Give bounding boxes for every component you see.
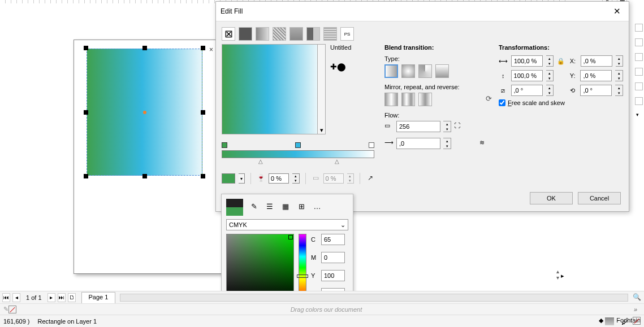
ok-button[interactable]: OK <box>530 192 573 204</box>
cursor-position: 161,609 ) <box>3 318 29 325</box>
steps-lock-icon[interactable]: ⛶ <box>454 122 463 131</box>
rail-item[interactable] <box>635 24 643 32</box>
close-icon[interactable]: ✕ <box>610 5 624 18</box>
blend-conical-button[interactable] <box>418 64 432 78</box>
reverse-gradient-icon[interactable]: ↗ <box>366 174 374 183</box>
delete-marker[interactable]: × <box>209 46 213 54</box>
rotate-input[interactable] <box>580 85 612 96</box>
center-marker[interactable] <box>143 111 146 114</box>
gradient-bar[interactable] <box>222 150 374 158</box>
eyedropper-icon[interactable]: ✎ <box>249 202 259 212</box>
y-input[interactable] <box>580 70 612 81</box>
midpoint-0[interactable]: △ <box>258 158 263 164</box>
color-model-select[interactable]: CMYK ⌄ <box>226 219 348 230</box>
gradient-stops[interactable] <box>222 142 374 150</box>
free-scale-check[interactable] <box>499 99 505 106</box>
first-page-button[interactable]: ⏮ <box>2 293 10 302</box>
repeat-default-button[interactable] <box>384 93 398 106</box>
rotate-spinner[interactable]: ▴▾ <box>615 85 623 96</box>
cancel-button[interactable]: Cancel <box>578 192 621 204</box>
y-input[interactable] <box>321 270 345 281</box>
resize-handle[interactable] <box>201 174 205 178</box>
dialog-titlebar[interactable]: Edit Fill ✕ <box>216 2 629 21</box>
outline-none-icon[interactable] <box>633 317 641 325</box>
repeat-mirror-button[interactable] <box>401 93 415 106</box>
repeat-repeat-button[interactable] <box>418 93 432 106</box>
gradient-stop-1[interactable] <box>295 142 301 148</box>
blend-linear-button[interactable] <box>384 64 398 78</box>
resize-handle[interactable] <box>201 46 205 50</box>
reverse-icon[interactable]: ⟳ <box>486 94 492 103</box>
flow-accel-input[interactable] <box>396 138 440 149</box>
node-color-dropdown[interactable]: ▾ <box>239 173 245 184</box>
last-page-button[interactable]: ⏭ <box>58 293 66 302</box>
steps-spinner[interactable]: ▴▾ <box>443 121 451 132</box>
position-icon: ▭ <box>312 174 320 183</box>
flow-steps-input[interactable] <box>396 121 440 132</box>
x-spinner[interactable]: ▴▾ <box>616 55 623 67</box>
sliders-icon[interactable]: ☰ <box>265 202 275 212</box>
height-spinner[interactable]: ▴▾ <box>546 70 554 81</box>
midpoint-1[interactable]: △ <box>335 158 339 164</box>
rail-expand-icon[interactable]: ▾ <box>636 112 642 117</box>
fill-vector-pattern-button[interactable] <box>273 27 286 41</box>
prev-page-button[interactable]: ◂ <box>12 293 20 302</box>
page-tab[interactable]: Page 1 <box>81 292 116 303</box>
skew-input[interactable] <box>511 85 543 96</box>
width-spinner[interactable]: ▴▾ <box>546 55 554 67</box>
lock-icon[interactable]: 🔒 <box>557 58 565 65</box>
fill-bitmap-pattern-button[interactable] <box>289 27 303 41</box>
resize-handle[interactable] <box>142 174 147 178</box>
next-page-button[interactable]: ▸ <box>47 293 55 302</box>
outline-pen-icon[interactable]: 🖊 <box>621 317 629 326</box>
resize-handle[interactable] <box>142 46 147 50</box>
resize-handle[interactable] <box>201 110 205 115</box>
accel-spinner[interactable]: ▴▾ <box>443 138 451 149</box>
rail-item[interactable] <box>635 97 643 105</box>
resize-handle[interactable] <box>84 46 88 50</box>
no-fill-icon[interactable] <box>8 306 16 313</box>
field-marker[interactable] <box>288 235 293 239</box>
blend-rectangular-button[interactable] <box>435 64 449 78</box>
selected-rectangle[interactable]: × <box>87 49 202 176</box>
node-color-swatch[interactable] <box>222 173 235 184</box>
opacity-spinner[interactable]: ▴▾ <box>292 173 300 184</box>
fountain-preview[interactable] <box>222 44 318 134</box>
add-page-button[interactable]: 🗋 <box>68 293 76 302</box>
blend-radial-button[interactable] <box>401 64 415 78</box>
resize-handle[interactable] <box>84 174 88 178</box>
rail-item[interactable] <box>635 53 643 61</box>
free-scale-checkbox[interactable]: FFree scale and skewree scale and skew <box>499 99 623 106</box>
more-icon[interactable]: … <box>312 202 322 212</box>
node-opacity-input[interactable] <box>269 173 289 184</box>
palettes-icon[interactable]: ⊞ <box>296 202 306 212</box>
hscrollbar[interactable] <box>120 294 628 302</box>
fill-texture-button[interactable] <box>323 27 337 41</box>
fill-fountain-button[interactable] <box>256 27 269 41</box>
rail-item[interactable] <box>635 68 643 76</box>
hue-marker[interactable] <box>297 274 308 278</box>
save-preset-icon[interactable]: ✚⬤ <box>330 62 374 71</box>
fill-uniform-button[interactable] <box>239 27 252 41</box>
resize-handle[interactable] <box>84 110 88 115</box>
gradient-stop-0[interactable] <box>222 142 227 148</box>
rail-item[interactable] <box>635 38 643 46</box>
zoom-fit-icon[interactable]: 🔍 <box>633 293 642 302</box>
fill-postscript-button[interactable]: PS <box>340 27 354 41</box>
rail-item[interactable] <box>635 82 643 90</box>
smooth-icon[interactable]: ≋ <box>479 139 489 148</box>
palette-more-icon[interactable]: » <box>630 306 641 313</box>
fill-none-button[interactable]: ⊠ <box>222 27 235 41</box>
fill-two-color-button[interactable] <box>306 27 320 41</box>
c-input[interactable] <box>321 234 345 245</box>
scroll-right-icon[interactable]: ▸ <box>561 272 564 280</box>
gradient-stop-2[interactable] <box>369 142 374 148</box>
width-input[interactable] <box>511 55 543 67</box>
skew-spinner[interactable]: ▴▾ <box>546 85 554 96</box>
x-input[interactable] <box>581 55 612 67</box>
preset-dropdown[interactable]: ▾ <box>318 44 326 134</box>
y-spinner[interactable]: ▴▾ <box>615 70 623 81</box>
height-input[interactable] <box>511 70 543 81</box>
viewer-icon[interactable]: ▦ <box>280 202 291 212</box>
m-input[interactable] <box>321 252 345 263</box>
